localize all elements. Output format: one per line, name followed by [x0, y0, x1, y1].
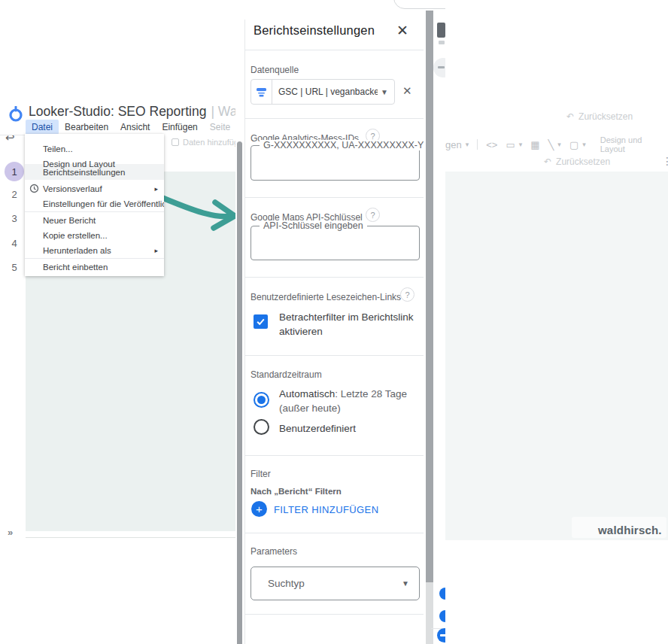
menu-item-herunterladen[interactable]: Herunterladen als: [25, 243, 164, 258]
filter-label: Filter: [250, 469, 271, 479]
filter-scope-label: Nach „Bericht“ Filtern: [250, 487, 342, 496]
add-data-icon: [172, 138, 179, 146]
maps-key-input[interactable]: API-Schlüssel eingeben: [250, 226, 420, 260]
radio-automatic[interactable]: [254, 392, 269, 408]
page-item-4[interactable]: 4: [5, 233, 24, 253]
parameters-label: Parameters: [250, 546, 297, 557]
radio-dot: [257, 396, 266, 404]
floating-button-fragment: [393, 0, 445, 9]
menu-item-berichtseinstellungen[interactable]: Berichtseinstellungen: [25, 165, 164, 180]
embed-code-icon[interactable]: <>: [486, 139, 497, 150]
report-canvas-right: [445, 172, 668, 540]
expand-sidebar-icon[interactable]: »: [8, 527, 13, 538]
section-divider: [244, 197, 424, 198]
line-tool-icon[interactable]: ╲: [548, 139, 554, 150]
report-title-dark: Looker-Studio: SEO Reporting: [29, 104, 206, 119]
section-divider: [244, 614, 424, 615]
menu-einfuegen[interactable]: Einfügen: [156, 120, 203, 135]
menu-ansicht[interactable]: Ansicht: [114, 120, 156, 135]
screenshot-stage: Looker-Studio: SEO Reporting| Waldhirsch…: [0, 0, 668, 644]
page-item-2[interactable]: 2: [5, 184, 24, 204]
edge-circle-dash: [438, 66, 445, 68]
looker-studio-logo: [8, 106, 24, 123]
page-item-1[interactable]: 1: [5, 162, 24, 181]
undo-reset-icon: ↶: [566, 111, 574, 122]
section-divider: [244, 118, 424, 119]
chevron-down-icon: ▼: [402, 579, 419, 588]
undo-reset-icon: ↶: [544, 156, 551, 167]
radio-custom-label: Benutzerdefiniert: [279, 421, 421, 436]
auto-strong: Automatisch: [279, 388, 335, 399]
section-divider: [244, 455, 424, 456]
page-item-5[interactable]: 5: [5, 257, 24, 277]
shape-tool-icon[interactable]: ▢: [569, 139, 578, 150]
menu-item-neuer-bericht[interactable]: Neuer Bericht: [25, 213, 164, 228]
panel-left-border: [244, 20, 245, 644]
reset-button-faded[interactable]: ↶ Zurücksetzen: [566, 111, 633, 122]
toolbar-separator: [477, 139, 478, 150]
datasource-icon: [251, 80, 272, 104]
datasource-chip[interactable]: GSC | URL | veganbacke... ▼: [250, 79, 395, 105]
menu-item-veroeffentlichung[interactable]: Einstellungen für die Veröffentlichung: [25, 196, 164, 211]
radio-custom[interactable]: [254, 419, 269, 435]
caret-icon: ▾: [582, 141, 586, 148]
undo-icon[interactable]: ↩: [5, 131, 15, 144]
menu-item-kopie[interactable]: Kopie erstellen...: [25, 228, 164, 243]
report-settings-panel: Berichtseinstellungen ✕ Datenquelle GSC …: [235, 0, 445, 644]
auto-rest: : Letzte 28 Tage: [335, 388, 407, 399]
image-icon[interactable]: ▭: [506, 139, 515, 150]
menu-item-versionsverlauf[interactable]: Versionsverlauf: [25, 181, 164, 196]
page-item-3[interactable]: 3: [5, 208, 24, 228]
analytics-ids-placeholder: G-XXXXXXXXXX, UA-XXXXXXXXX-Y: [260, 140, 427, 150]
reset-label: Zurücksetzen: [556, 156, 610, 167]
help-icon[interactable]: ?: [400, 287, 414, 302]
add-data-label: Daten hinzufügen: [183, 138, 239, 147]
maps-key-placeholder: API-Schlüssel eingeben: [260, 220, 367, 231]
close-panel-icon[interactable]: ✕: [396, 22, 408, 39]
toolbar-fragment[interactable]: gen: [445, 139, 462, 150]
panel-scrollbar-thumb[interactable]: [426, 11, 433, 582]
menu-datei[interactable]: Datei: [26, 120, 59, 135]
section-divider: [244, 533, 424, 533]
left-scrollbar-thumb[interactable]: [237, 141, 242, 644]
menu-separator: [25, 211, 164, 212]
checkmark-icon: [256, 317, 266, 327]
radio-automatic-label: Automatisch: Letzte 28 Tage (außer heute…: [279, 387, 421, 415]
add-filter-button[interactable]: FILTER HINZUFÜGEN: [274, 504, 378, 515]
menu-item-einbetten[interactable]: Bericht einbetten: [25, 260, 164, 275]
menu-seite[interactable]: Seite: [204, 120, 236, 135]
edge-comment-icon: [439, 588, 445, 600]
daterange-label: Standardzeitraum: [250, 369, 322, 380]
section-divider: [244, 277, 424, 278]
add-data-toolbar-hint[interactable]: Daten hinzufügen: [172, 138, 239, 147]
report-title: Looker-Studio: SEO Reporting| Waldhirsch: [29, 104, 241, 120]
panel-title: Berichtseinstellungen: [254, 23, 375, 38]
menu-bearbeiten[interactable]: Bearbeiten: [59, 120, 114, 135]
help-icon[interactable]: ?: [366, 208, 380, 222]
menu-separator: [25, 258, 164, 259]
minus-glyph: [440, 634, 445, 636]
menu-item-teilen[interactable]: Teilen...: [25, 141, 164, 156]
canvas-bottom-edge: [26, 537, 239, 538]
overflow-menu-icon[interactable]: ⋮: [662, 155, 668, 167]
file-menu-dropdown: Teilen... Design und Layout Berichtseins…: [25, 134, 164, 276]
add-filter-plus-icon[interactable]: +: [251, 501, 267, 517]
analytics-ids-input[interactable]: G-XXXXXXXXXX, UA-XXXXXXXXX-Y: [250, 145, 420, 181]
design-layout-button[interactable]: Design und Layout: [600, 135, 668, 153]
submenu-arrow-icon: ▸: [154, 247, 158, 254]
chevron-down-icon[interactable]: ▼: [378, 88, 394, 96]
datasource-value: GSC | URL | veganbacke...: [272, 87, 378, 97]
reset-button-faded-2[interactable]: ↶ Zurücksetzen: [544, 156, 610, 167]
searchtype-select[interactable]: Suchtyp ▼: [250, 567, 420, 600]
datasource-label: Datenquelle: [250, 65, 299, 75]
edge-action-icon: [437, 628, 445, 642]
toolbar-divider: [0, 135, 26, 135]
viewer-filter-checkbox[interactable]: [254, 314, 268, 329]
section-divider: [244, 355, 424, 356]
auto-line2: (außer heute): [279, 402, 341, 414]
grid-icon[interactable]: ▦: [530, 139, 539, 150]
reset-label: Zurücksetzen: [578, 111, 633, 122]
remove-datasource-icon[interactable]: ✕: [402, 84, 412, 98]
faded-toolbar: gen ▾ <> ▭ ▾ ▦ ╲ ▾ ▢ ▾ Design und Layout: [445, 135, 668, 153]
caret-icon: ▾: [519, 141, 523, 148]
